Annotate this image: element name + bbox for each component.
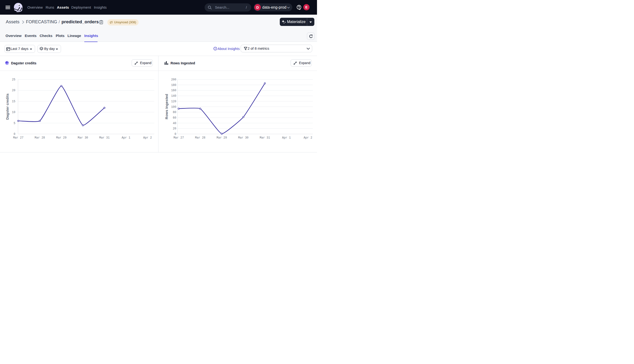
svg-text:200: 200 <box>171 78 176 82</box>
svg-text:Rows Ingested: Rows Ingested <box>164 94 168 119</box>
svg-text:140: 140 <box>171 94 176 98</box>
svg-text:Mar 30: Mar 30 <box>238 136 248 140</box>
svg-text:Apr 2: Apr 2 <box>304 136 312 140</box>
svg-text:Apr 1: Apr 1 <box>282 136 291 140</box>
svg-text:20: 20 <box>173 127 176 130</box>
svg-text:Mar 28: Mar 28 <box>195 136 205 140</box>
svg-text:160: 160 <box>171 89 176 92</box>
svg-text:Mar 28: Mar 28 <box>34 136 45 140</box>
svg-text:Mar 29: Mar 29 <box>216 136 227 140</box>
svg-text:80: 80 <box>173 111 176 114</box>
svg-text:60: 60 <box>173 116 176 120</box>
svg-text:40: 40 <box>173 122 176 125</box>
svg-text:Mar 30: Mar 30 <box>78 136 88 140</box>
svg-text:180: 180 <box>171 84 176 87</box>
svg-text:100: 100 <box>171 106 176 109</box>
svg-text:Mar 29: Mar 29 <box>56 136 66 140</box>
svg-text:Apr 1: Apr 1 <box>122 136 130 140</box>
svg-text:5: 5 <box>14 122 15 125</box>
svg-text:10: 10 <box>12 111 15 114</box>
svg-text:25: 25 <box>12 78 15 82</box>
svg-text:15: 15 <box>12 100 15 103</box>
svg-text:120: 120 <box>171 100 176 103</box>
svg-text:Mar 27: Mar 27 <box>13 136 23 140</box>
svg-text:20: 20 <box>12 89 15 92</box>
svg-text:Mar 31: Mar 31 <box>99 136 110 140</box>
svg-text:0: 0 <box>174 132 176 136</box>
svg-text:Dagster credits: Dagster credits <box>5 94 9 120</box>
svg-text:Mar 27: Mar 27 <box>174 136 184 140</box>
svg-text:Apr 2: Apr 2 <box>143 136 152 140</box>
svg-text:Mar 31: Mar 31 <box>260 136 270 140</box>
svg-text:0: 0 <box>14 132 15 136</box>
